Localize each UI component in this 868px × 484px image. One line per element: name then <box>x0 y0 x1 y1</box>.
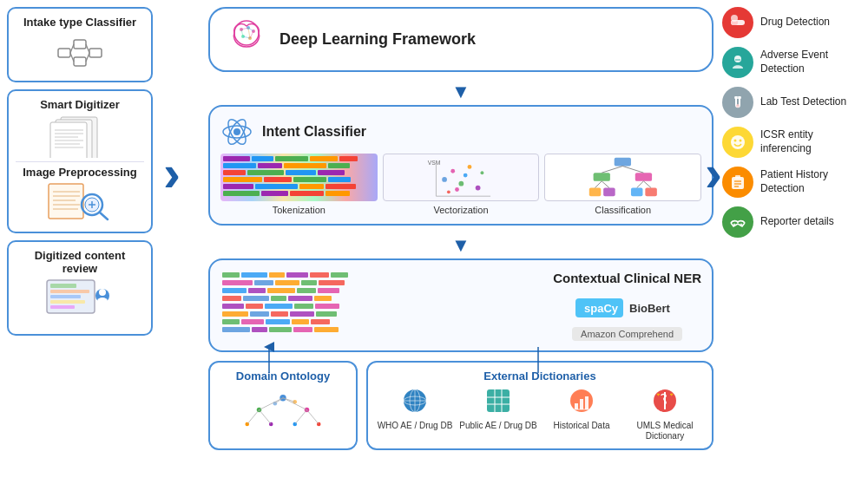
lab-test-item: Lab Test Detection <box>722 87 861 118</box>
svg-rect-99 <box>222 304 244 309</box>
svg-rect-98 <box>314 296 332 301</box>
svg-point-165 <box>740 140 742 142</box>
svg-rect-167 <box>735 175 740 179</box>
svg-rect-81 <box>286 272 308 278</box>
svg-rect-32 <box>50 300 85 304</box>
smart-digitizer-title: Smart Digitizer <box>16 98 144 111</box>
svg-point-172 <box>740 224 743 226</box>
handshake-icon <box>728 213 747 232</box>
svg-rect-31 <box>50 295 81 298</box>
right-chevron-arrow: › <box>705 147 722 199</box>
svg-rect-109 <box>222 319 240 324</box>
classification-step: Classification <box>544 154 701 215</box>
external-dictionaries-box: External Dictionaries <box>366 361 713 450</box>
reporter-details-icon <box>722 206 753 238</box>
svg-point-158 <box>731 15 738 22</box>
patient-history-label: Patient History Detection <box>760 168 861 195</box>
smiley-icon <box>728 133 747 152</box>
left-column: Intake type Classifier Smart Digitizer <box>7 7 153 336</box>
svg-rect-2 <box>74 57 86 66</box>
svg-point-59 <box>447 190 450 193</box>
svg-point-35 <box>99 289 106 296</box>
vectorization-chart: VSM <box>384 154 539 200</box>
lab-test-label: Lab Test Detection <box>760 95 846 109</box>
dlf-box: Deep Learning Framework <box>208 7 713 72</box>
intent-classifier-box: Intent Classifier T <box>208 105 713 226</box>
svg-rect-114 <box>222 327 250 332</box>
svg-rect-95 <box>243 296 269 301</box>
svg-text:BioBert: BioBert <box>629 302 671 315</box>
domain-ontology-title: Domain Ontology <box>217 370 349 383</box>
drug-detection-icon <box>722 7 753 38</box>
svg-rect-115 <box>252 327 267 332</box>
intake-classifier-icon <box>54 36 106 70</box>
svg-rect-90 <box>248 288 266 293</box>
svg-rect-68 <box>589 188 601 197</box>
svg-text:VSM: VSM <box>427 160 440 166</box>
lab-test-icon <box>722 87 753 118</box>
svg-rect-1 <box>74 40 86 49</box>
svg-rect-112 <box>292 319 309 324</box>
svg-rect-108 <box>316 311 337 317</box>
svg-rect-86 <box>275 280 299 285</box>
svg-rect-30 <box>50 290 89 293</box>
left-chevron-arrow: › <box>163 147 181 199</box>
dlf-title: Deep Learning Framework <box>279 30 476 49</box>
svg-line-25 <box>100 213 108 219</box>
amazon-comprehend-badge: Amazon Comprehend <box>572 327 682 341</box>
intent-steps: Tokenization VSM <box>220 154 701 215</box>
who-icon <box>375 388 455 419</box>
svg-rect-150 <box>575 403 578 409</box>
icsr-icon <box>722 127 753 158</box>
svg-point-49 <box>233 128 240 135</box>
svg-point-162 <box>736 104 740 108</box>
classification-label: Classification <box>544 205 701 215</box>
intent-classifier-title: Intent Classifier <box>262 124 366 140</box>
svg-point-171 <box>733 224 736 226</box>
umls-icon <box>625 388 705 419</box>
svg-line-134 <box>260 410 272 425</box>
reporter-details-label: Reporter details <box>760 215 834 229</box>
svg-rect-65 <box>615 158 631 167</box>
svg-rect-91 <box>267 288 295 293</box>
medical-icon <box>652 388 678 414</box>
icsr-item: ICSR entity inferencing <box>722 127 861 158</box>
svg-rect-106 <box>271 311 288 317</box>
svg-rect-29 <box>50 284 76 288</box>
svg-point-159 <box>734 56 741 62</box>
brain-icon <box>224 17 269 54</box>
svg-rect-79 <box>241 272 267 278</box>
classification-chart <box>545 154 700 200</box>
svg-text:spaCy: spaCy <box>584 302 619 315</box>
dlf-to-intent-arrow: ▼ <box>208 81 713 103</box>
icsr-label: ICSR entity inferencing <box>760 128 861 155</box>
svg-rect-113 <box>311 319 330 324</box>
svg-rect-104 <box>222 311 248 317</box>
historical-icon <box>542 388 621 419</box>
svg-rect-152 <box>585 396 589 409</box>
right-column: Drug Detection Adverse Event Detection <box>722 7 861 238</box>
svg-rect-88 <box>319 280 345 285</box>
svg-rect-118 <box>314 327 339 332</box>
svg-rect-92 <box>297 288 316 293</box>
drug-detection-label: Drug Detection <box>760 16 830 29</box>
svg-point-56 <box>458 181 464 186</box>
svg-line-5 <box>70 53 74 62</box>
person-sick-icon <box>728 53 747 72</box>
svg-line-75 <box>602 181 610 188</box>
bottom-row: Domain Ontology <box>208 361 713 450</box>
patient-history-item: Patient History Detection <box>722 167 861 198</box>
svg-line-132 <box>283 398 307 410</box>
svg-point-164 <box>734 140 737 142</box>
umls-item: UMLS Medical Dictionary <box>625 388 705 441</box>
classification-visual <box>544 154 701 201</box>
adverse-event-icon <box>722 47 753 78</box>
svg-rect-84 <box>222 280 253 285</box>
ontology-graph <box>217 386 349 434</box>
svg-rect-71 <box>646 188 657 197</box>
intake-classifier-title: Intake type Classifier <box>16 16 144 29</box>
chart-icon <box>569 388 595 414</box>
main-diagram: Intake type Classifier Smart Digitizer <box>0 0 868 484</box>
domain-graph <box>217 386 349 434</box>
svg-point-58 <box>475 186 480 191</box>
